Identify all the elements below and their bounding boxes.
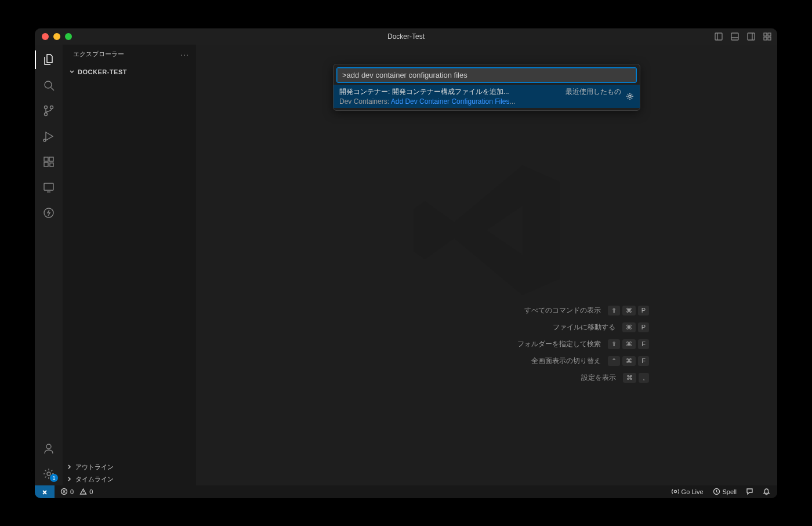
palette-recent-label: 最近使用したもの <box>566 87 621 97</box>
sidebar-title: エクスプローラー <box>73 50 124 59</box>
chevron-right-icon <box>66 463 73 470</box>
svg-rect-18 <box>44 162 48 166</box>
window-title: Docker-Test <box>387 32 425 41</box>
error-count: 0 <box>70 488 74 495</box>
svg-point-14 <box>50 106 53 108</box>
shortcut-keys: ⇧ ⌘ F <box>608 339 649 349</box>
close-window-button[interactable] <box>42 33 49 40</box>
svg-point-10 <box>45 81 52 88</box>
timeline-label: タイムライン <box>75 475 114 484</box>
command-palette-input[interactable] <box>337 68 636 82</box>
svg-rect-8 <box>764 37 767 40</box>
minimize-window-button[interactable] <box>53 33 60 40</box>
timeline-section[interactable]: タイムライン <box>63 473 196 485</box>
palette-item-add-devcontainer[interactable]: 開発コンテナー: 開発コンテナー構成ファイルを追加... 最近使用したもの De… <box>334 85 640 108</box>
shortcut-show-settings: 設定を表示 ⌘ , <box>581 373 649 383</box>
debug-icon <box>42 130 55 143</box>
svg-point-15 <box>44 139 46 142</box>
error-icon <box>60 488 68 495</box>
activity-source-control[interactable] <box>35 99 63 122</box>
shortcut-keys: ⌘ , <box>623 373 649 383</box>
remote-icon <box>41 488 49 496</box>
svg-line-11 <box>51 88 54 90</box>
traffic-lights <box>35 33 72 40</box>
status-feedback[interactable] <box>746 488 753 495</box>
files-icon <box>42 53 55 66</box>
svg-rect-4 <box>748 33 755 40</box>
chevron-right-icon <box>66 476 73 483</box>
layout-controls <box>715 32 771 41</box>
sidebar-bottom-sections: アウトライン タイムライン <box>63 461 196 485</box>
warning-count: 0 <box>89 488 93 495</box>
status-problems[interactable]: 0 0 <box>55 488 93 495</box>
activity-search[interactable] <box>35 74 63 97</box>
svg-point-23 <box>46 444 51 449</box>
warning-icon <box>79 488 87 495</box>
welcome-shortcuts: すべてのコマンドの表示 ⇧ ⌘ P ファイルに移動する ⌘ P フォルダーを指定 <box>324 306 649 383</box>
svg-rect-20 <box>44 183 53 190</box>
svg-rect-0 <box>715 33 722 40</box>
activity-run-debug[interactable] <box>35 125 63 148</box>
palette-item-subtitle: Dev Containers: Add Dev Container Config… <box>339 97 634 106</box>
activity-remote-explorer[interactable] <box>35 176 63 199</box>
status-remote-button[interactable] <box>35 485 55 498</box>
outline-label: アウトライン <box>75 463 114 471</box>
svg-rect-9 <box>768 37 771 40</box>
vscode-window: Docker-Test <box>35 28 777 498</box>
maximize-window-button[interactable] <box>65 33 72 40</box>
svg-point-12 <box>45 106 48 108</box>
svg-point-13 <box>45 113 48 115</box>
shortcut-keys: ⌘ P <box>622 322 649 332</box>
toggle-primary-sidebar-icon[interactable] <box>715 32 723 41</box>
shortcut-show-commands: すべてのコマンドの表示 ⇧ ⌘ P <box>524 306 649 315</box>
svg-rect-17 <box>49 157 53 161</box>
bell-icon <box>763 488 770 495</box>
shortcut-keys: ⌃ ⌘ F <box>608 356 649 366</box>
activity-accounts[interactable] <box>35 437 63 460</box>
broadcast-icon <box>672 488 679 495</box>
main-body: 1 エクスプローラー ··· DOCKER-TEST アウトライン <box>35 45 777 485</box>
status-notifications[interactable] <box>763 488 770 495</box>
customize-layout-icon[interactable] <box>763 32 771 41</box>
sidebar-explorer: エクスプローラー ··· DOCKER-TEST アウトライン タイムライン <box>63 45 196 485</box>
user-icon <box>42 442 55 455</box>
activity-settings[interactable]: 1 <box>35 462 63 485</box>
outline-section[interactable]: アウトライン <box>63 461 196 473</box>
activity-extensions[interactable] <box>35 150 63 173</box>
svg-rect-6 <box>764 33 767 36</box>
shortcut-label: 全画面表示の切り替え <box>531 356 601 366</box>
command-palette: 開発コンテナー: 開発コンテナー構成ファイルを追加... 最近使用したもの De… <box>333 64 640 111</box>
shortcut-label: フォルダーを指定して検索 <box>517 339 601 349</box>
shortcut-find-in-folder: フォルダーを指定して検索 ⇧ ⌘ F <box>517 339 649 349</box>
folder-section[interactable]: DOCKER-TEST <box>63 64 196 79</box>
titlebar: Docker-Test <box>35 28 777 45</box>
palette-item-title-ja: 開発コンテナー: 開発コンテナー構成ファイルを追加... <box>339 87 509 97</box>
status-right: Go Live Spell <box>672 488 777 495</box>
status-spell[interactable]: Spell <box>713 488 737 495</box>
activity-spellcheck[interactable] <box>35 201 63 224</box>
workspace-folder[interactable]: DOCKER-TEST <box>65 67 191 77</box>
toggle-secondary-sidebar-icon[interactable] <box>747 32 755 41</box>
configure-keybinding-icon[interactable] <box>626 92 634 100</box>
palette-results: 開発コンテナー: 開発コンテナー構成ファイルを追加... 最近使用したもの De… <box>334 85 640 110</box>
status-go-live[interactable]: Go Live <box>672 488 704 495</box>
activity-explorer[interactable] <box>35 48 63 71</box>
svg-rect-2 <box>731 33 738 40</box>
svg-rect-16 <box>44 157 48 161</box>
shortcut-goto-file: ファイルに移動する ⌘ P <box>553 322 649 332</box>
chevron-down-icon <box>68 68 75 75</box>
shortcut-label: すべてのコマンドの表示 <box>524 306 601 315</box>
settings-badge: 1 <box>50 474 58 482</box>
spell-label: Spell <box>723 488 737 495</box>
folder-label: DOCKER-TEST <box>78 68 127 75</box>
svg-rect-7 <box>768 33 771 36</box>
lightning-icon <box>42 206 55 219</box>
status-bar: 0 0 Go Live Spell <box>35 485 777 498</box>
shortcut-keys: ⇧ ⌘ P <box>608 306 649 315</box>
sidebar-more-icon[interactable]: ··· <box>180 50 189 59</box>
branch-icon <box>42 104 55 117</box>
shortcut-label: ファイルに移動する <box>553 322 615 332</box>
shortcut-toggle-fullscreen: 全画面表示の切り替え ⌃ ⌘ F <box>531 356 649 366</box>
toggle-panel-icon[interactable] <box>731 32 739 41</box>
sidebar-header: エクスプローラー ··· <box>63 45 196 64</box>
